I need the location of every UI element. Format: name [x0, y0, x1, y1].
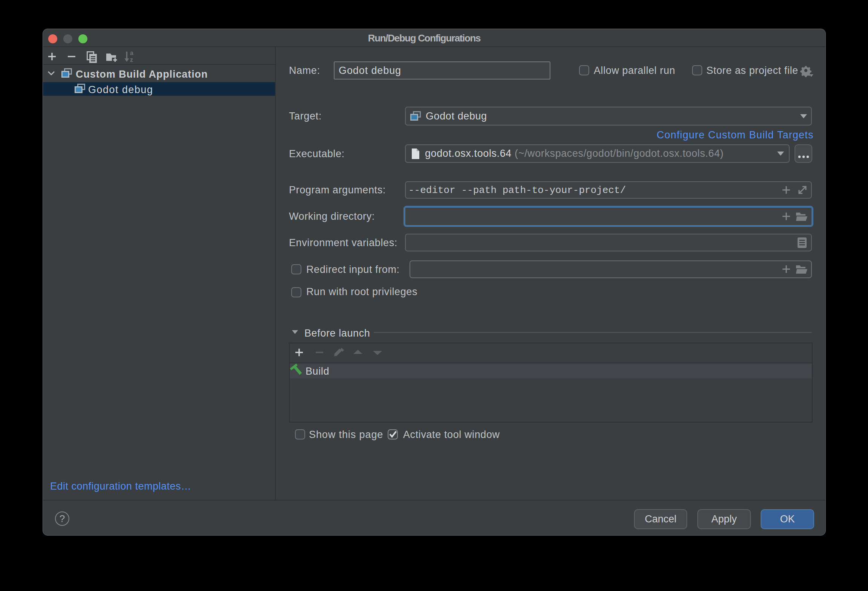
svg-text:a: a	[130, 50, 133, 56]
svg-text:z: z	[130, 57, 133, 63]
